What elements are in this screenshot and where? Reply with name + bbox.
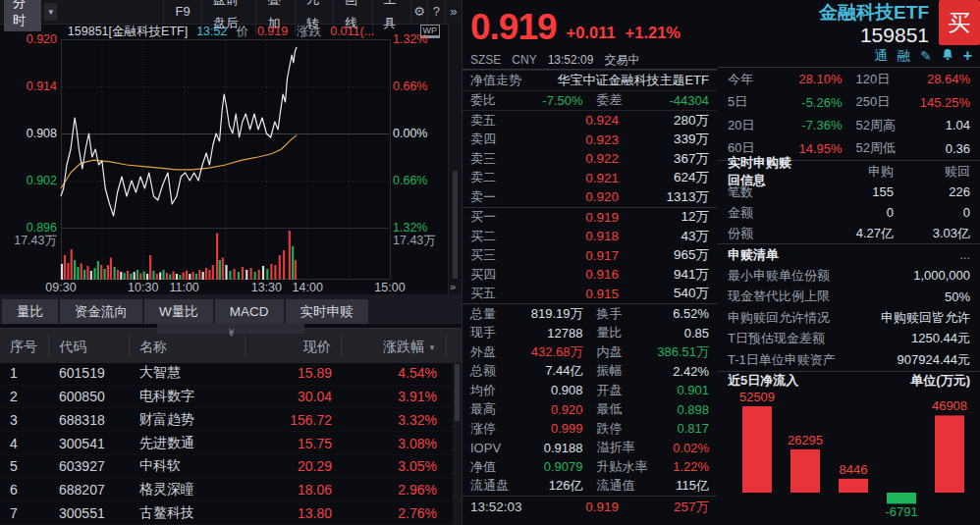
badge-通[interactable]: 通 <box>874 47 888 65</box>
edit-icon[interactable]: ✎ <box>920 48 931 64</box>
price-label: 价 <box>236 24 248 40</box>
stat-row: 均价0.908开盘0.901 <box>463 381 717 400</box>
chart-scrollbar-thumb[interactable] <box>453 171 458 279</box>
table-row[interactable]: 5603927中科软20.293.05% <box>0 455 462 479</box>
help-icon[interactable]: ? <box>427 0 444 24</box>
ask-row[interactable]: 卖一0.9201313万 <box>463 187 717 207</box>
bid-queue: 买一0.91912万买二0.91843万买三0.917965万买四0.91694… <box>463 208 717 304</box>
bid-row[interactable]: 买五0.915540万 <box>463 285 717 304</box>
netflow-title: 近5日净流入 <box>728 372 798 390</box>
stat-label: 涨停 <box>470 420 496 438</box>
x-axis-time-label: 11:00 <box>169 281 198 294</box>
ask-row[interactable]: 卖二0.921624万 <box>463 169 717 188</box>
bell-icon[interactable] <box>942 48 953 64</box>
collapse-handle[interactable]: ≫ <box>157 324 304 334</box>
bid-row[interactable]: 买四0.916941万 <box>463 265 717 285</box>
column-header-1[interactable]: 序号 <box>0 336 49 357</box>
list-row: 最小申赎单位份额1,000,000 <box>718 265 980 287</box>
column-header-2[interactable]: 代码 <box>49 336 130 357</box>
security-code: 159851 <box>819 24 929 47</box>
last-price: 0.919 <box>470 6 557 49</box>
y-axis-price-label: 0.908 <box>0 127 57 140</box>
ask-row-volume: 624万 <box>619 169 709 186</box>
perf-row: 今年28.10%120日28.64% <box>718 68 980 91</box>
quote-stats: 总量819.19万换手6.52%现手12788量比0.85外盘432.68万内盘… <box>463 304 717 496</box>
y-axis-pct-label: 1.32% <box>393 32 446 46</box>
nav-fund-name[interactable]: 华宝中证金融科技主题ETF <box>557 72 709 89</box>
more-icon[interactable]: » <box>445 0 462 24</box>
gear-icon[interactable]: ⚙ <box>410 0 427 24</box>
perf-row: 20日-7.36%52周高1.04 <box>718 114 980 137</box>
tab-量比[interactable]: 量比 <box>2 299 58 324</box>
column-header-label: 序号 <box>10 339 37 354</box>
ask-row-price: 0.923 <box>512 132 619 147</box>
ask-row[interactable]: 卖五0.924280万 <box>463 111 717 131</box>
list-header[interactable]: 申赎清单 ... <box>718 244 980 265</box>
tick-volume: 257万 <box>619 499 709 516</box>
table-row[interactable]: 3688318财富趋势156.723.32% <box>0 408 462 432</box>
stat-value: 7.44亿 <box>545 362 582 380</box>
tab-MACD[interactable]: MACD <box>215 299 284 324</box>
tab-W量比[interactable]: W量比 <box>144 299 213 324</box>
table-row[interactable]: 1601519大智慧15.894.54% <box>0 362 462 386</box>
tab-实时申赎[interactable]: 实时申赎 <box>286 299 368 324</box>
column-header-4[interactable]: 现价 <box>245 336 342 357</box>
table-row[interactable]: 4300541先进数通15.753.08% <box>0 432 462 455</box>
stat-value: 819.19万 <box>531 305 583 323</box>
stat-label: 均价 <box>470 382 496 399</box>
tick-row[interactable]: 13:52:030.919257万 <box>463 497 717 517</box>
list-row: 申购赎回允许情况申购赎回皆允许 <box>718 307 980 329</box>
stat-value: 432.68万 <box>531 343 583 361</box>
table-scrollbar-thumb[interactable] <box>455 364 460 421</box>
column-header-3[interactable]: 名称 <box>130 336 245 357</box>
cell-price: 156.72 <box>245 412 342 428</box>
column-header-5[interactable]: 涨跌幅▼ <box>342 336 447 357</box>
perf-label: 120日 <box>856 71 891 88</box>
currency-label: CNY <box>512 53 536 67</box>
tab-资金流向[interactable]: 资金流向 <box>60 299 142 324</box>
stat-value: 115亿 <box>676 477 709 495</box>
ask-row[interactable]: 卖四0.923339万 <box>463 131 717 150</box>
perf-label: 250日 <box>856 93 891 111</box>
bid-row-label: 买五 <box>470 285 512 302</box>
ask-row[interactable]: 卖三0.922367万 <box>463 149 717 169</box>
table-row[interactable]: 7300551古鳌科技13.802.76% <box>0 501 462 525</box>
expand-right-icon[interactable]: » <box>450 281 456 292</box>
bid-row[interactable]: 买二0.91843万 <box>463 227 717 246</box>
stat-label: 总量 <box>470 305 496 323</box>
chart-scrollbar[interactable]: » <box>448 24 462 294</box>
sort-desc-icon[interactable]: ▼ <box>428 343 436 352</box>
column-header-label: 名称 <box>139 339 167 354</box>
tick-list[interactable]: 13:52:030.919257万 <box>463 497 717 525</box>
bid-row-price: 0.918 <box>512 229 619 243</box>
timeframe-dropdown-icon[interactable]: ▾ <box>44 3 57 21</box>
ask-row-label: 卖五 <box>470 112 512 130</box>
list-more-icon[interactable]: ... <box>959 247 970 262</box>
table-scrollbar[interactable] <box>453 362 462 525</box>
table-row[interactable]: 2600850电科数字30.043.91% <box>0 386 462 409</box>
indicator-tabs: 量比资金流向W量比MACD实时申赎 <box>0 294 462 325</box>
volume-scale-label: 17.43万 <box>0 233 57 249</box>
intraday-chart[interactable]: 0.9200.9140.9080.9020.8961.32%0.66%0.00%… <box>0 39 462 294</box>
bid-row-label: 买二 <box>470 228 512 245</box>
toolbar-item-1[interactable]: F9 <box>163 0 200 24</box>
add-icon[interactable]: + <box>963 47 972 65</box>
badge-融[interactable]: 融 <box>898 47 911 65</box>
stat-value: 1.22% <box>673 459 709 474</box>
y-axis-price-label: 0.902 <box>0 174 57 187</box>
perf-label: 52周高 <box>856 117 896 134</box>
stat-label: 最高 <box>470 400 496 418</box>
ask-queue: 卖五0.924280万卖四0.923339万卖三0.922367万卖二0.921… <box>463 110 717 207</box>
list-label: T-1日单位申赎资产 <box>728 351 836 369</box>
bid-row[interactable]: 买一0.91912万 <box>463 208 717 228</box>
cell-name: 大智慧 <box>130 364 245 382</box>
buy-button[interactable]: 买 <box>939 0 980 45</box>
stat-value: 0.999 <box>551 421 583 436</box>
stat-label: 振幅 <box>597 362 623 380</box>
cell-code: 600850 <box>49 389 130 404</box>
price-change-pct: +1.21% <box>626 24 681 49</box>
table-row[interactable]: 6688207格灵深瞳18.062.96% <box>0 479 462 502</box>
bid-row[interactable]: 买三0.917965万 <box>463 246 717 266</box>
subscribe-label: 笔数 <box>728 184 800 201</box>
x-axis-time-label: 15:00 <box>374 281 405 294</box>
